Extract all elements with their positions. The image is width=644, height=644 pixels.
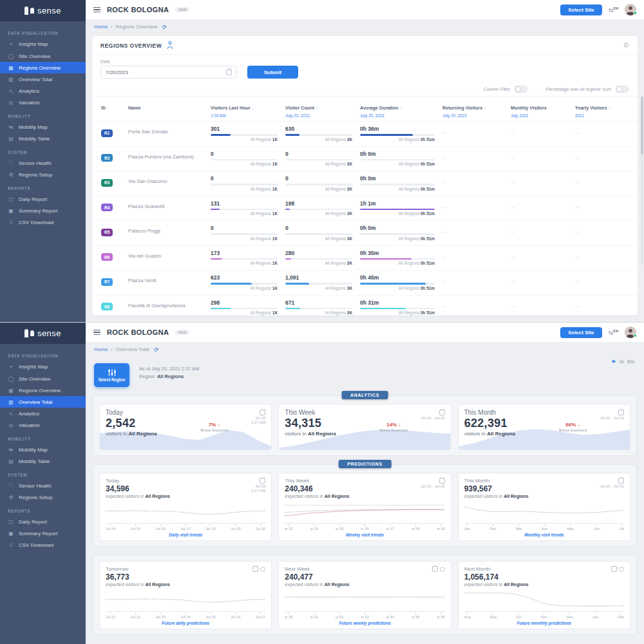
regions-overview-panel: REGIONS OVERVIEW ⚙ Date 7/20/2021 Su: [92, 36, 638, 316]
chart-caption-link[interactable]: Future monthly predictions: [464, 621, 624, 625]
chart-caption-link[interactable]: Weekly visit trends: [285, 533, 444, 537]
submit-button[interactable]: Submit: [247, 66, 298, 79]
chart-caption-link[interactable]: Future daily predictions: [106, 621, 265, 625]
metric-value: 0h 45m: [360, 274, 435, 281]
sort-icon[interactable]: ↑↓: [252, 106, 254, 110]
sidebar-item-mobility-table[interactable]: ▤ Mobility Table: [0, 455, 86, 467]
select-region-button[interactable]: Select Region: [94, 363, 129, 387]
chart-caption-link[interactable]: Monthly visit trends: [464, 533, 624, 537]
sidebar-item-insights-map[interactable]: ⌖ Insights Map: [0, 361, 86, 373]
prediction-card: Today 34,596 expected visitors in All Re…: [99, 473, 272, 541]
user-avatar[interactable]: [625, 327, 636, 338]
sidebar-item-csv-download[interactable]: ⇩ CSV Download: [0, 216, 86, 228]
sidebar-item-overview-total[interactable]: ▥ Overview Total: [0, 396, 86, 408]
axis-tick-label: Oct: [516, 612, 522, 619]
nav-label: CSV Download: [19, 542, 53, 548]
column-header[interactable]: Visitors Last Hour↑↓ 1:00 AM: [211, 100, 278, 118]
region-name: Via del Guasto: [128, 250, 203, 259]
column-header[interactable]: Visitor Count↑↓ July 20, 2021: [285, 100, 352, 118]
info-icon[interactable]: [260, 567, 265, 572]
regions-setup-icon: ⚙: [8, 495, 14, 500]
card-title: Next Week: [285, 566, 431, 572]
language-selector[interactable]: ⇆EN: [609, 329, 618, 336]
info-icon[interactable]: [440, 567, 445, 572]
breadcrumb-home-link[interactable]: Home: [94, 346, 108, 352]
nav-label: CSV Download: [19, 220, 53, 225]
sidebar-item-sensor-health[interactable]: ♡ Sensor Health: [0, 157, 86, 169]
table-row[interactable]: R3 Via San Giacomo 0 All Regions 1K 0 Al…: [92, 171, 638, 196]
select-site-button[interactable]: Select Site: [560, 5, 601, 15]
nav-label: Daily Report: [19, 196, 47, 202]
info-icon[interactable]: [619, 567, 624, 572]
user-avatar[interactable]: [625, 4, 636, 15]
sidebar-item-mobility-map[interactable]: ⇆ Mobility Map: [0, 121, 86, 133]
sidebar-item-site-overview[interactable]: ◯ Site Overview: [0, 373, 86, 384]
table-row[interactable]: R5 Palazzo Poggi 0 All Regions 1K 0 All …: [92, 221, 638, 246]
date-input[interactable]: 7/20/2021: [100, 66, 237, 79]
menu-icon[interactable]: [93, 6, 100, 14]
sidebar-item-site-overview[interactable]: ◯ Site Overview: [0, 50, 86, 62]
sidebar-item-valuation[interactable]: ◎ Valuation: [0, 97, 86, 108]
table-body: R1 Porta San Donato 301 All Regions 1K 6…: [92, 122, 638, 316]
sidebar-item-overview-total[interactable]: ▥ Overview Total: [0, 73, 86, 85]
sidebar-item-summary-report[interactable]: ▣ Summary Report: [0, 527, 86, 539]
table-row[interactable]: R2 Piazza Puntoni (via Zamboni) 0 All Re…: [92, 147, 638, 172]
table-row[interactable]: R1 Porta San Donato 301 All Regions 1K 6…: [92, 122, 638, 147]
breadcrumb-home-link[interactable]: Home: [94, 24, 108, 30]
gear-icon[interactable]: ⚙: [623, 42, 629, 49]
play-icon[interactable]: ▶: [612, 359, 616, 364]
sidebar-item-daily-report[interactable]: ▢ Daily Report: [0, 516, 86, 527]
sort-icon[interactable]: ↑↓: [316, 106, 318, 110]
sidebar-item-regions-setup[interactable]: ⚙ Regions Setup: [0, 169, 86, 180]
calendar-export-icon[interactable]: [252, 566, 258, 572]
axis-tick-label: May: [567, 524, 574, 531]
sidebar-item-daily-report[interactable]: ▢ Daily Report: [0, 193, 86, 205]
table-row[interactable]: R6 Via del Guasto 173 All Regions 1K 280…: [92, 246, 638, 271]
refresh-icon[interactable]: ⟳: [154, 346, 159, 353]
sidebar-item-regions-overview[interactable]: ▦ Regions Overview: [0, 384, 86, 396]
sidebar-item-valuation[interactable]: ◎ Valuation: [0, 419, 86, 431]
sort-icon[interactable]: ↑↓: [484, 106, 486, 110]
language-selector[interactable]: ⇆EN: [609, 6, 618, 14]
prediction-card: Next Month 1,056,174 expected visitors i…: [458, 561, 630, 629]
column-header[interactable]: Average Duration↑↓ July 20, 2021: [360, 100, 435, 118]
column-header[interactable]: Yearly Visitors↑↓ 2021: [575, 100, 623, 118]
calendar-export-icon[interactable]: [432, 566, 438, 572]
chart-caption-link[interactable]: Daily visit trends: [106, 533, 265, 537]
sort-icon[interactable]: ↑↓: [400, 106, 402, 110]
sidebar-item-mobility-map[interactable]: ⇆ Mobility Map: [0, 444, 86, 455]
table-row[interactable]: R7 Piazza Verdi 623 All Regions 1K 1,091…: [92, 270, 638, 296]
column-header[interactable]: Name: [128, 100, 203, 113]
sidebar-item-regions-overview[interactable]: ▦ Regions Overview: [0, 62, 86, 73]
menu-icon[interactable]: [93, 328, 100, 337]
sort-icon[interactable]: ↑↓: [548, 106, 551, 110]
sidebar-item-analytics[interactable]: ∿ Analytics: [0, 408, 86, 419]
sidebar-item-mobility-table[interactable]: ▤ Mobility Table: [0, 133, 86, 144]
sidebar-item-analytics[interactable]: ∿ Analytics: [0, 85, 86, 97]
sort-icon[interactable]: ↑↓: [107, 106, 109, 110]
metric-total: All Regions 3K: [285, 211, 352, 216]
card-value: 36,773: [106, 573, 252, 582]
calendar-export-icon[interactable]: [611, 566, 617, 572]
chart-x-axis: Jul 14Jul 15Jul 16Jul 17Jul 18Jul 19Jul …: [106, 523, 265, 531]
sidebar-item-regions-setup[interactable]: ⚙ Regions Setup: [0, 491, 86, 503]
chart-caption-link[interactable]: Future weekly predictions: [285, 621, 444, 625]
metric-value: 1h 1m: [360, 200, 435, 207]
column-header[interactable]: Monthly Visitors↑↓ July 2021: [511, 100, 567, 118]
table-row[interactable]: R8 Facoltà di Giurisprudenza 298 All Reg…: [92, 296, 638, 316]
column-header[interactable]: ID↑↓: [101, 100, 120, 113]
sidebar-item-sensor-health[interactable]: ♡ Sensor Health: [0, 480, 86, 491]
refresh-icon[interactable]: ⟳: [162, 24, 167, 30]
sidebar-item-insights-map[interactable]: ⌖ Insights Map: [0, 38, 86, 50]
column-header[interactable]: Returning Visitors↑↓ July 20, 2021: [442, 100, 503, 118]
sidebar-item-csv-download[interactable]: ⇩ CSV Download: [0, 539, 86, 551]
percentage-toggle[interactable]: [616, 86, 629, 93]
axis-tick-label: Sep: [490, 612, 497, 619]
column-filter-toggle[interactable]: [515, 86, 527, 93]
sort-icon[interactable]: ↑↓: [608, 106, 611, 110]
table-row[interactable]: R4 Piazza Scaravilli 131 All Regions 1K …: [92, 196, 638, 222]
nav-label: Sensor Health: [19, 160, 52, 166]
select-site-button[interactable]: Select Site: [560, 327, 601, 338]
sidebar-item-summary-report[interactable]: ▣ Summary Report: [0, 205, 86, 216]
scrollbar[interactable]: [641, 97, 643, 264]
